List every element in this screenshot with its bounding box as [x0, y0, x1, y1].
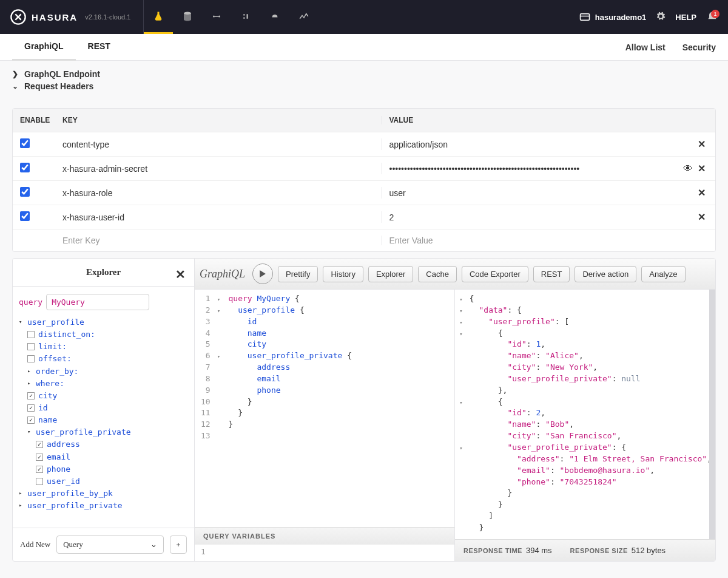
editor-area: GraphiQL PrettifyHistoryExplorerCacheCod…: [195, 259, 715, 561]
prettify-button[interactable]: Prettify: [278, 266, 318, 282]
header-value[interactable]: ••••••••••••••••••••••••••••••••••••••••…: [382, 163, 709, 174]
header-value[interactable]: user✕: [382, 187, 709, 199]
query-keyword: query: [19, 298, 42, 307]
code-exporter-button[interactable]: Code Exporter: [462, 266, 528, 282]
tree-item[interactable]: name: [19, 414, 188, 426]
header-value-input[interactable]: Enter Value: [382, 236, 709, 245]
tree-item[interactable]: city: [19, 390, 188, 402]
analyze-button[interactable]: Analyze: [641, 266, 685, 282]
add-new-label: Add New: [20, 540, 50, 549]
field-checkbox[interactable]: [36, 478, 43, 485]
security-link[interactable]: Security: [682, 42, 716, 52]
header-key-input[interactable]: Enter Key: [62, 236, 382, 245]
logo[interactable]: HASURA v2.16.1-cloud.1: [10, 8, 143, 25]
explorer-panel: Explorer ✕ query ▾user_profiledistinct_o…: [13, 259, 195, 561]
tree-item[interactable]: ▸where:: [19, 378, 188, 390]
header-value[interactable]: application/json✕: [382, 138, 709, 150]
cache-button[interactable]: Cache: [418, 266, 457, 282]
header-value[interactable]: 2✕: [382, 211, 709, 223]
tree-item[interactable]: ▸user_profile_private: [19, 500, 188, 512]
nav-right: hasurademo1 HELP 1: [579, 11, 718, 23]
tree-item[interactable]: user_id: [19, 475, 188, 488]
header-enable-checkbox[interactable]: [20, 211, 30, 221]
header-key[interactable]: x-hasura-role: [62, 188, 382, 198]
field-checkbox[interactable]: [36, 466, 43, 473]
flask-icon[interactable]: [144, 0, 173, 34]
field-checkbox[interactable]: [27, 331, 35, 338]
header-row: x-hasura-roleuser✕: [13, 180, 715, 205]
endpoint-section-toggle[interactable]: ❯ GraphQL Endpoint: [12, 69, 716, 79]
query-name-input[interactable]: [46, 294, 149, 310]
header-enable-checkbox[interactable]: [20, 187, 30, 197]
tab-rest[interactable]: REST: [76, 34, 123, 61]
tree-label: distinct_on:: [38, 328, 95, 341]
remove-header-button[interactable]: ✕: [695, 163, 708, 174]
events-icon[interactable]: [260, 0, 289, 34]
field-checkbox[interactable]: [27, 416, 35, 424]
field-checkbox[interactable]: [36, 441, 43, 448]
stats-bar: RESPONSE TIME394 ms RESPONSE SIZE512 byt…: [455, 539, 715, 561]
allow-list-link[interactable]: Allow List: [625, 42, 666, 52]
rest-button[interactable]: REST: [533, 266, 570, 282]
add-new-button[interactable]: +: [170, 536, 187, 554]
header-key[interactable]: x-hasura-admin-secret: [62, 164, 382, 174]
derive-action-button[interactable]: Derive action: [575, 266, 636, 282]
header-enable-checkbox[interactable]: [20, 138, 30, 148]
run-button[interactable]: [252, 264, 273, 284]
tree-item[interactable]: offset:: [19, 353, 188, 365]
tree-label: id: [38, 402, 48, 414]
history-button[interactable]: History: [323, 266, 363, 282]
actions-icon[interactable]: [202, 0, 231, 34]
header-key[interactable]: x-hasura-user-id: [62, 212, 382, 222]
monitoring-icon[interactable]: [289, 0, 318, 34]
database-icon[interactable]: [173, 0, 202, 34]
headers-section-toggle[interactable]: ⌄ Request Headers: [12, 81, 716, 91]
header-key[interactable]: content-type: [62, 140, 382, 149]
explorer-button[interactable]: Explorer: [368, 266, 413, 282]
tree-label: user_profile_private: [27, 500, 123, 512]
close-icon[interactable]: ✕: [175, 267, 186, 282]
tree-item[interactable]: ▸order_by:: [19, 365, 188, 378]
field-checkbox[interactable]: [27, 392, 35, 399]
remove-header-button[interactable]: ✕: [695, 188, 708, 198]
graphiql-title: GraphiQL: [200, 268, 245, 280]
expand-icon: ▾: [19, 318, 25, 327]
remove-header-button[interactable]: ✕: [695, 139, 708, 149]
tree-item[interactable]: distinct_on:: [19, 328, 188, 341]
gear-icon[interactable]: [656, 12, 666, 23]
tree-item[interactable]: email: [19, 451, 188, 463]
field-checkbox[interactable]: [27, 404, 35, 412]
tree-item[interactable]: ▸user_profile_by_pk: [19, 488, 188, 500]
field-checkbox[interactable]: [27, 343, 35, 350]
endpoint-label: GraphQL Endpoint: [24, 69, 100, 79]
tree-item[interactable]: ▾user_profile_private: [19, 426, 188, 438]
remote-schema-icon[interactable]: [231, 0, 260, 34]
response-size-label: RESPONSE SIZE: [570, 547, 628, 554]
bell-icon[interactable]: 1: [706, 11, 718, 23]
eye-icon[interactable]: 👁: [683, 163, 693, 174]
tree-item[interactable]: address: [19, 438, 188, 450]
tab-graphiql[interactable]: GraphiQL: [12, 34, 76, 61]
result-body[interactable]: ▾ {▾ "data": {▾ "user_profile": [▾ { "id…: [455, 290, 715, 539]
tree-label: limit:: [38, 341, 67, 353]
help-link[interactable]: HELP: [675, 13, 696, 22]
query-editor[interactable]: 1 ▾2 ▾3 4 5 6 ▾7 8 9 10 11 12 13 query M…: [195, 290, 455, 561]
field-checkbox[interactable]: [27, 355, 35, 362]
tree-label: order_by:: [36, 365, 78, 378]
tree-label: address: [47, 438, 80, 450]
expand-icon: ▾: [27, 428, 33, 437]
tree-item[interactable]: phone: [19, 463, 188, 475]
remove-header-button[interactable]: ✕: [695, 212, 708, 222]
query-variables-toggle[interactable]: QUERY VARIABLES: [195, 527, 454, 545]
qv-line-num: 1: [201, 547, 206, 559]
tree-item[interactable]: limit:: [19, 341, 188, 353]
tree-item[interactable]: ▾user_profile: [19, 316, 188, 328]
hasura-icon: [10, 8, 27, 25]
tree-item[interactable]: id: [19, 402, 188, 414]
user-menu[interactable]: hasurademo1: [579, 13, 647, 22]
expand-icon: ▸: [27, 367, 33, 376]
field-checkbox[interactable]: [36, 454, 43, 461]
add-new-select[interactable]: Query ⌄: [56, 536, 164, 554]
header-enable-checkbox[interactable]: [20, 163, 30, 172]
tree-label: user_profile_private: [36, 426, 131, 438]
